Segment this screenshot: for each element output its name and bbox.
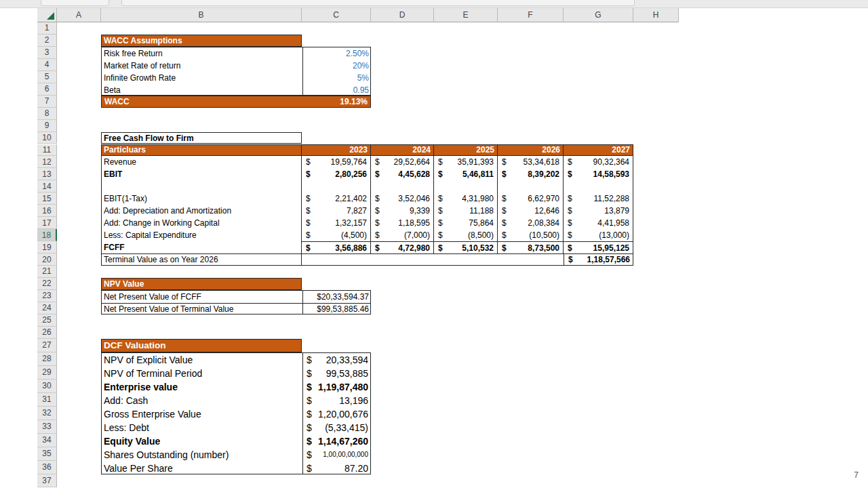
fcff-row-label[interactable]: FCFF [101, 241, 302, 253]
dcf-value-cell[interactable]: $99,53,885 [302, 367, 371, 380]
dcf-title-cell[interactable]: DCF Valuation [101, 339, 302, 352]
fcff-value-cell[interactable]: $8,39,202 [498, 168, 564, 180]
row-header-19[interactable]: 19 [37, 241, 57, 253]
row-header-1[interactable]: 1 [37, 22, 57, 35]
wacc-value-cell[interactable]: 5% [302, 72, 371, 84]
wacc-label-cell[interactable]: Risk free Return [102, 47, 302, 60]
row-header-24[interactable]: 24 [37, 302, 57, 314]
fcff-value-cell[interactable]: $90,32,364 [564, 156, 633, 168]
fcff-value-cell[interactable] [371, 180, 434, 192]
fcff-value-cell[interactable]: $4,41,958 [564, 217, 633, 229]
row-header-22[interactable]: 22 [37, 278, 57, 290]
row-header-29[interactable]: 29 [37, 366, 57, 380]
dcf-value-cell[interactable]: $1,00,00,00,000 [302, 448, 371, 462]
fcff-value-cell[interactable]: $11,188 [434, 205, 498, 217]
wacc-value-cell[interactable]: 20% [302, 60, 371, 72]
wacc-label-cell[interactable]: Market Rate of return [102, 60, 302, 72]
row-header-13[interactable]: 13 [37, 168, 57, 180]
row-header-34[interactable]: 34 [37, 434, 57, 447]
fcff-row-label[interactable]: EBIT [101, 168, 302, 180]
row-header-14[interactable]: 14 [37, 180, 57, 192]
npv-label-cell[interactable]: Net Present Value of FCFF [102, 291, 302, 303]
fcff-value-cell[interactable]: $2,80,256 [302, 168, 371, 180]
fcff-header-year-2024[interactable]: 2024 [371, 144, 434, 157]
column-header-A[interactable]: A [57, 7, 101, 22]
fcff-value-cell[interactable]: $9,339 [371, 205, 434, 217]
row-header-18[interactable]: 18 [37, 229, 57, 241]
fcff-row-label[interactable] [101, 180, 302, 192]
row-header-11[interactable]: 11 [37, 144, 57, 157]
fcff-value-cell[interactable] [564, 180, 633, 192]
dcf-label-cell[interactable]: Gross Enterprise Value [102, 407, 302, 421]
row-header-20[interactable]: 20 [37, 253, 57, 266]
fcff-value-cell[interactable]: $75,864 [434, 217, 498, 229]
fcff-value-cell[interactable]: $5,10,532 [434, 241, 498, 253]
fcff-header-particulars[interactable]: Particluars [101, 144, 302, 157]
row-header-16[interactable]: 16 [37, 205, 57, 217]
fcff-value-cell[interactable] [498, 180, 564, 192]
fcff-header-year-2025[interactable]: 2025 [434, 144, 498, 157]
fcff-value-cell[interactable]: $2,08,384 [498, 217, 564, 229]
row-header-27[interactable]: 27 [37, 339, 57, 352]
dcf-label-cell[interactable]: Less: Debt [102, 421, 302, 434]
select-all-button[interactable] [37, 7, 57, 22]
row-header-9[interactable]: 9 [37, 120, 57, 132]
wacc-label-cell[interactable]: Infinite Growth Rate [102, 72, 302, 84]
row-header-28[interactable]: 28 [37, 352, 57, 366]
fcff-value-cell[interactable]: $2,21,402 [302, 192, 371, 205]
fcff-value-cell[interactable]: $19,59,764 [302, 156, 371, 168]
dcf-label-cell[interactable]: NPV of Terminal Period [102, 367, 302, 380]
row-header-10[interactable]: 10 [37, 132, 57, 144]
fcff-value-cell[interactable]: $4,72,980 [371, 241, 434, 253]
fcff-value-cell[interactable] [302, 180, 371, 192]
wacc-result-row[interactable]: WACC19.13% [101, 96, 371, 108]
fcff-row-label[interactable]: Less: Capital Expenditure [101, 229, 302, 241]
column-header-E[interactable]: E [434, 7, 498, 22]
npv-value-cell[interactable]: $20,33,594.37 [302, 291, 371, 303]
column-header-B[interactable]: B [101, 7, 302, 22]
fcff-value-cell[interactable]: $8,73,500 [498, 241, 564, 253]
row-header-32[interactable]: 32 [37, 407, 57, 420]
column-header-D[interactable]: D [371, 7, 434, 22]
dcf-label-cell[interactable]: Add: Cash [102, 394, 302, 407]
fcff-value-cell[interactable]: $1,32,157 [302, 217, 371, 229]
row-header-4[interactable]: 4 [37, 59, 57, 71]
row-header-25[interactable]: 25 [37, 314, 57, 327]
dcf-label-cell[interactable]: NPV of Explicit Value [102, 353, 302, 367]
fcff-header-year-2026[interactable]: 2026 [498, 144, 564, 157]
fcff-value-cell[interactable]: $6,62,970 [498, 192, 564, 205]
dcf-label-cell[interactable]: Value Per Share [102, 462, 302, 474]
fcff-value-cell[interactable]: $(13,000) [564, 229, 633, 241]
fcff-row-label[interactable]: EBIT(1-Tax) [101, 192, 302, 205]
row-header-6[interactable]: 6 [37, 83, 57, 96]
fcff-value-cell[interactable]: $29,52,664 [371, 156, 434, 168]
fcff-value-cell[interactable]: $1,18,595 [371, 217, 434, 229]
fcff-value-cell[interactable]: $(8,500) [434, 229, 498, 241]
row-header-21[interactable]: 21 [37, 266, 57, 278]
wacc-label-cell[interactable]: Beta [102, 84, 302, 96]
fcff-value-cell[interactable]: $4,31,980 [434, 192, 498, 205]
fcff-value-cell[interactable]: $12,646 [498, 205, 564, 217]
fcff-value-cell[interactable]: $(7,000) [371, 229, 434, 241]
fcff-value-cell[interactable]: $3,52,046 [371, 192, 434, 205]
dcf-value-cell[interactable]: $87.20 [302, 462, 371, 474]
column-header-F[interactable]: F [498, 7, 564, 22]
fcff-value-cell[interactable]: $(10,500) [498, 229, 564, 241]
fcff-value-cell[interactable]: $35,91,393 [434, 156, 498, 168]
row-header-26[interactable]: 26 [37, 327, 57, 339]
fcff-header-year-2023[interactable]: 2023 [302, 144, 371, 157]
dcf-value-cell[interactable]: $13,196 [302, 394, 371, 407]
fcff-row-label[interactable]: Add: Depreciation and Amortization [101, 205, 302, 217]
column-header-G[interactable]: G [564, 7, 633, 22]
wacc-value-cell[interactable]: 2.50% [302, 47, 371, 60]
row-header-36[interactable]: 36 [37, 461, 57, 474]
dcf-label-cell[interactable]: Shares Outstanding (number) [102, 448, 302, 462]
fcff-value-cell[interactable]: $5,46,811 [434, 168, 498, 180]
fcff-row-label[interactable]: Revenue [101, 156, 302, 168]
dcf-value-cell[interactable]: $(5,33,415) [302, 421, 371, 434]
row-header-12[interactable]: 12 [37, 156, 57, 168]
fcff-row-label[interactable]: Add: Change in Working Capital [101, 217, 302, 229]
column-header-H[interactable]: H [633, 7, 679, 22]
row-header-30[interactable]: 30 [37, 380, 57, 393]
npv-value-cell[interactable]: $99,53,885.46 [302, 303, 371, 314]
